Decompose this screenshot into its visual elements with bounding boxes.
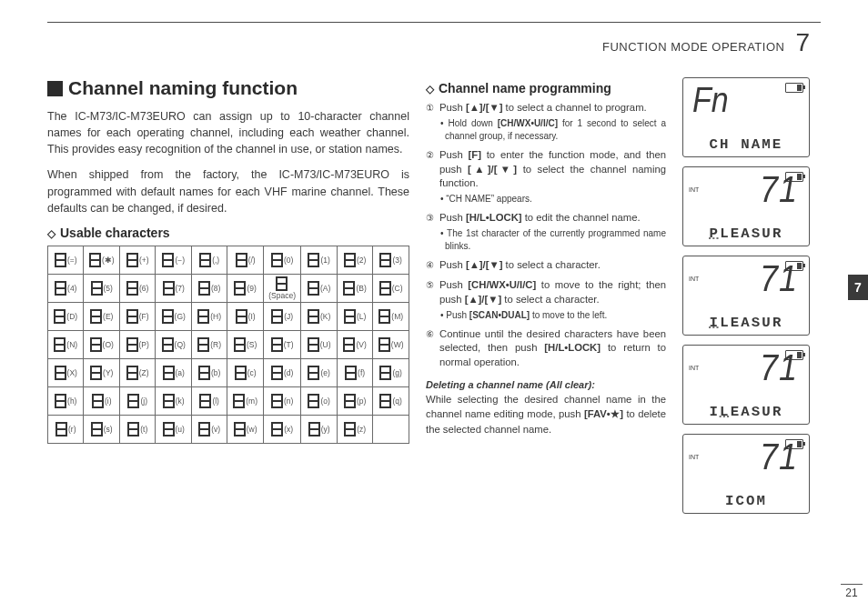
char-label: (X) [67,368,77,377]
char-label: (b) [211,368,220,377]
lcd-big-text: 71 [760,348,802,386]
char-label: (Space) [268,291,296,300]
char-label: (e) [320,368,329,377]
char-cell: (n) [263,386,301,415]
char-cell: (u) [156,415,191,443]
segment-glyph-icon [271,309,283,324]
char-cell: (k) [156,386,191,415]
char-cell: (0) [263,246,301,274]
segment-glyph-icon [55,366,66,380]
char-cell: (y) [301,415,337,443]
char-label: (q) [392,396,401,406]
char-label: (A) [320,284,330,293]
char-cell: (/) [227,246,263,274]
segment-glyph-icon [162,309,174,324]
char-cell: (2) [337,246,372,274]
char-label: (y) [321,425,330,434]
char-cell: (f) [337,358,372,386]
char-cell: (O) [84,330,119,358]
segment-glyph-icon [90,309,102,324]
char-label: (j) [140,396,147,406]
char-label: (4) [67,284,76,293]
step-note: • “CH NAME” appears. [439,193,666,206]
char-cell: (,) [191,246,227,274]
char-cell: (J) [263,302,301,330]
char-label: (7) [176,284,185,293]
segment-glyph-icon [197,309,209,324]
lcd-bottom-text: CH NAME [688,137,804,153]
page: FUNCTION MODE OPERATION 7 Channel naming… [47,22,821,523]
char-cell [373,415,409,443]
segment-glyph-icon [163,281,175,296]
page-header: FUNCTION MODE OPERATION 7 [47,28,821,57]
char-label: (w) [247,425,257,434]
segment-glyph-icon [271,253,283,267]
step-number: ② [426,149,434,162]
char-cell: (5) [84,274,119,302]
segment-glyph-icon [236,253,247,267]
char-cell: (p) [337,386,372,415]
char-label: (3) [392,256,401,265]
char-cell: (R) [191,330,227,358]
steps-list: ①Push [▲]/[▼] to select a channel to pro… [426,101,666,370]
char-label: (o) [320,396,329,406]
step-text: Continue until the desired characters ha… [439,328,666,368]
segment-glyph-icon [90,366,102,380]
segment-glyph-icon [199,394,211,408]
segment-glyph-icon [127,422,139,436]
segment-glyph-icon [343,337,355,352]
char-label: (9) [247,284,256,293]
segment-glyph-icon [54,337,66,352]
lcd-tag: INT [689,186,699,193]
char-label: (i) [105,396,112,406]
segment-glyph-icon [271,337,283,352]
segment-glyph-icon [127,394,139,408]
segment-glyph-icon [308,337,319,352]
char-cell: (A) [301,274,337,302]
char-cell: (c) [227,358,263,386]
right-column: FnCH NAMEINT71PLEASURINT71ILEASURINT71IL… [682,77,817,523]
segment-glyph-icon [54,309,66,324]
char-cell: (X) [48,358,84,386]
step-number: ④ [426,259,434,272]
char-cell: (+) [119,246,155,274]
char-label: (v) [211,425,220,434]
lcd-bottom-text: ILEASUR [688,405,804,420]
lcd-display: FnCH NAME [682,77,810,157]
char-label: (0) [284,256,293,265]
segment-glyph-icon [234,337,246,352]
segment-glyph-icon [308,422,320,436]
lcd-display: INT71ILEASUR [682,345,810,425]
segment-glyph-icon [126,366,138,380]
char-label: (U) [320,340,331,349]
segment-glyph-icon [55,253,66,267]
char-label: (✱) [102,256,115,265]
char-cell: (a) [156,358,191,386]
char-cell: (D) [48,302,84,330]
delete-body: While selecting the desired channel name… [426,392,666,436]
char-cell: (U) [301,330,337,358]
char-cell: (t) [119,415,155,443]
step-text: Push [▲]/[▼] to select a channel to prog… [439,102,647,113]
char-cell: (q) [373,386,409,415]
char-label: (u) [176,425,185,434]
char-cell: (m) [227,386,263,415]
segment-glyph-icon [198,422,210,436]
lcd-bottom-text: ILEASUR [688,316,804,331]
segment-glyph-icon [378,309,390,324]
char-cell: (e) [301,358,337,386]
header-title: FUNCTION MODE OPERATION [602,40,784,54]
char-cell: (−) [156,246,191,274]
char-label: (d) [284,368,293,377]
segment-glyph-icon [345,366,357,380]
segment-glyph-icon [234,281,246,296]
char-label: (I) [248,312,256,321]
char-cell: (z) [337,415,372,443]
char-cell: (s) [84,415,119,443]
char-label: (l) [212,396,219,406]
programming-heading: ◇Channel name programming [426,81,666,95]
char-cell: (7) [156,274,191,302]
char-cell: (H) [191,302,227,330]
char-cell: (=) [48,246,84,274]
segment-glyph-icon [89,253,101,267]
